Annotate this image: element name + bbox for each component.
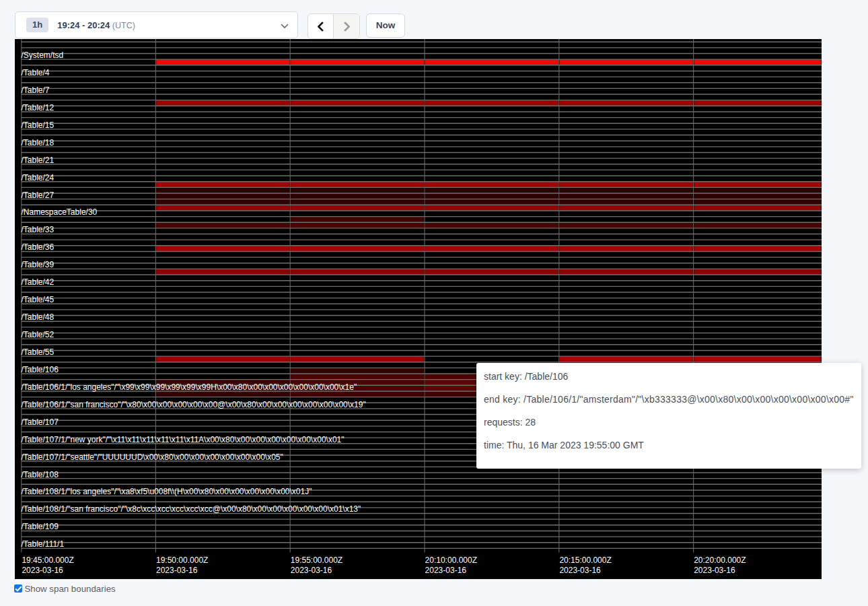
svg-text:/Table/39: /Table/39 [22,260,55,269]
svg-text:19:55:00.000Z: 19:55:00.000Z [291,556,342,565]
svg-text:/Table/18: /Table/18 [22,138,55,147]
svg-text:/Table/42: /Table/42 [22,277,55,287]
svg-text:2023-03-16: 2023-03-16 [156,566,198,575]
svg-text:/Table/4: /Table/4 [22,68,50,77]
svg-text:/Table/27: /Table/27 [22,191,55,200]
svg-text:2023-03-16: 2023-03-16 [22,566,63,575]
svg-text:/Table/108/1/"san francisco"/": /Table/108/1/"san francisco"/"\x8c\xcc\x… [22,504,361,514]
svg-text:/Table/48: /Table/48 [22,312,55,322]
svg-text:/System/tsd: /System/tsd [22,50,64,60]
svg-text:/Table/52: /Table/52 [22,330,55,339]
svg-text:/Table/33: /Table/33 [22,225,55,234]
svg-text:20:15:00.000Z: 20:15:00.000Z [559,556,611,565]
svg-text:/Table/109: /Table/109 [22,522,59,531]
svg-text:2023-03-16: 2023-03-16 [694,566,735,575]
svg-text:2023-03-16: 2023-03-16 [425,566,467,575]
svg-text:/Table/7: /Table/7 [22,86,50,95]
svg-text:2023-03-16: 2023-03-16 [291,566,332,575]
svg-text:2023-03-16: 2023-03-16 [559,566,601,575]
svg-text:19:45:00.000Z: 19:45:00.000Z [22,556,73,565]
svg-text:/Table/45: /Table/45 [22,295,55,304]
svg-text:/Table/107/1/"new york"/"\x11\: /Table/107/1/"new york"/"\x11\x11\x11\x1… [22,435,345,444]
svg-text:20:10:00.000Z: 20:10:00.000Z [425,556,477,565]
svg-text:/Table/24: /Table/24 [22,173,55,182]
svg-text:/Table/107: /Table/107 [22,417,59,427]
svg-text:/Table/108/1/"los angeles"/"\x: /Table/108/1/"los angeles"/"\xa8\xf5\u00… [22,487,312,496]
svg-text:/Table/12: /Table/12 [22,103,55,112]
svg-text:/Table/108: /Table/108 [22,470,59,479]
svg-text:/Table/15: /Table/15 [22,121,55,130]
svg-text:/Table/21: /Table/21 [22,156,55,165]
svg-text:/Table/106/1/"los angeles"/"\x: /Table/106/1/"los angeles"/"\x99\x99\x99… [22,382,357,392]
svg-text:/Table/111/1: /Table/111/1 [22,539,65,549]
svg-text:20:20:00.000Z: 20:20:00.000Z [694,556,746,565]
svg-text:/Table/106/1/"san francisco"/": /Table/106/1/"san francisco"/"\x80\x00\x… [22,400,366,409]
svg-text:/Table/107/1/"seattle"/"UUUUUU: /Table/107/1/"seattle"/"UUUUUUD\x00\x80\… [22,452,283,462]
svg-text:19:50:00.000Z: 19:50:00.000Z [156,556,208,565]
svg-text:/Table/106: /Table/106 [22,365,59,374]
svg-text:/Table/55: /Table/55 [22,347,55,357]
svg-text:/NamespaceTable/30: /NamespaceTable/30 [22,207,98,217]
svg-text:/Table/36: /Table/36 [22,242,55,252]
